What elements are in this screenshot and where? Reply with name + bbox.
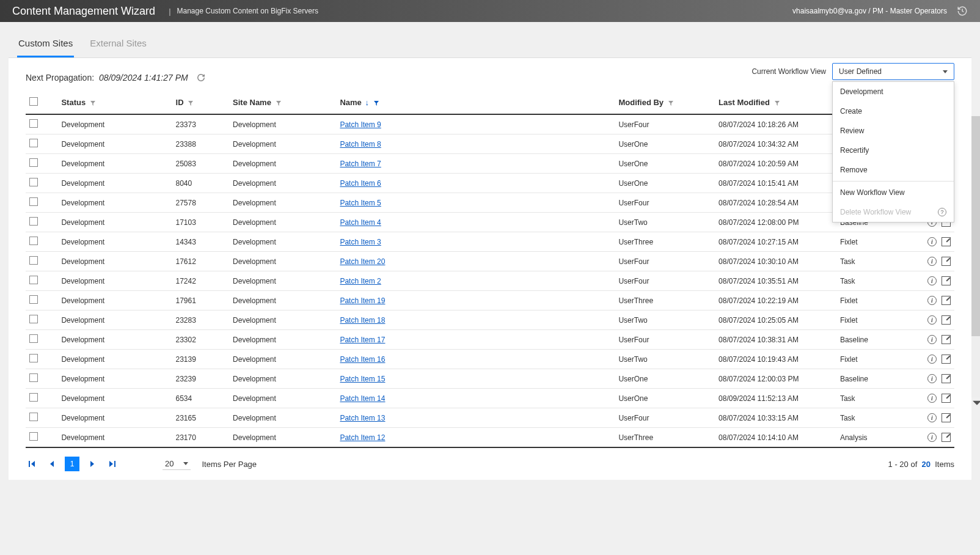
- edit-icon[interactable]: [942, 374, 951, 383]
- filter-icon[interactable]: [775, 101, 780, 106]
- table-row: Development 14343 Development Patch Item…: [26, 232, 954, 252]
- dropdown-item-review[interactable]: Review: [833, 121, 954, 141]
- row-checkbox[interactable]: [29, 276, 38, 284]
- last-page-button[interactable]: [106, 458, 119, 470]
- info-icon[interactable]: i: [927, 257, 937, 266]
- vertical-scrollbar[interactable]: [971, 116, 980, 397]
- item-name-link[interactable]: Patch Item 7: [340, 160, 381, 168]
- row-checkbox[interactable]: [29, 315, 38, 323]
- col-status[interactable]: Status: [61, 91, 175, 114]
- item-name-link[interactable]: Patch Item 16: [340, 355, 385, 364]
- col-modified-by[interactable]: Modified By: [618, 91, 719, 114]
- chevron-down-icon[interactable]: [973, 399, 980, 410]
- info-icon[interactable]: i: [927, 237, 937, 246]
- cell-status: Development: [61, 428, 175, 448]
- row-checkbox[interactable]: [29, 295, 38, 304]
- row-checkbox[interactable]: [29, 393, 38, 402]
- cell-status: Development: [61, 291, 175, 311]
- edit-icon[interactable]: [942, 237, 951, 246]
- edit-icon[interactable]: [942, 276, 951, 285]
- filter-icon[interactable]: [668, 101, 673, 106]
- edit-icon[interactable]: [942, 394, 951, 403]
- col-site[interactable]: Site Name: [233, 91, 340, 114]
- col-id[interactable]: ID: [176, 91, 233, 114]
- row-checkbox[interactable]: [29, 158, 38, 167]
- table-row: Development 17961 Development Patch Item…: [26, 291, 954, 311]
- edit-icon[interactable]: [942, 257, 951, 266]
- info-icon[interactable]: i: [927, 433, 937, 442]
- cell-type: Task: [840, 271, 904, 291]
- first-page-button[interactable]: [26, 458, 38, 470]
- item-name-link[interactable]: Patch Item 18: [340, 316, 385, 325]
- item-name-link[interactable]: Patch Item 19: [340, 296, 385, 305]
- item-name-link[interactable]: Patch Item 17: [340, 336, 385, 344]
- item-name-link[interactable]: Patch Item 3: [340, 238, 381, 246]
- row-checkbox[interactable]: [29, 217, 38, 226]
- edit-icon[interactable]: [942, 433, 951, 442]
- info-icon[interactable]: i: [927, 413, 937, 422]
- current-page[interactable]: 1: [65, 457, 79, 471]
- row-checkbox[interactable]: [29, 432, 38, 441]
- item-name-link[interactable]: Patch Item 4: [340, 218, 381, 227]
- col-name[interactable]: Name ↓: [340, 91, 618, 114]
- item-name-link[interactable]: Patch Item 6: [340, 179, 381, 188]
- cell-status: Development: [61, 311, 175, 330]
- item-name-link[interactable]: Patch Item 15: [340, 375, 385, 383]
- prev-page-button[interactable]: [45, 458, 57, 470]
- row-checkbox[interactable]: [29, 119, 38, 128]
- refresh-icon[interactable]: [197, 73, 205, 82]
- item-name-link[interactable]: Patch Item 12: [340, 433, 385, 442]
- row-checkbox[interactable]: [29, 197, 38, 206]
- col-last-modified[interactable]: Last Modified: [719, 91, 840, 114]
- row-checkbox[interactable]: [29, 334, 38, 343]
- info-icon[interactable]: i: [927, 276, 937, 285]
- item-name-link[interactable]: Patch Item 2: [340, 277, 381, 285]
- sort-down-icon[interactable]: ↓: [365, 98, 369, 107]
- dropdown-item-recertify[interactable]: Recertify: [833, 141, 954, 160]
- edit-icon[interactable]: [942, 413, 951, 422]
- cell-site: Development: [233, 428, 340, 448]
- tab-external-sites[interactable]: External Sites: [89, 32, 148, 57]
- dropdown-item-create[interactable]: Create: [833, 101, 954, 121]
- tab-custom-sites[interactable]: Custom Sites: [17, 32, 74, 57]
- item-name-link[interactable]: Patch Item 5: [340, 199, 381, 207]
- edit-icon[interactable]: [942, 296, 951, 305]
- item-name-link[interactable]: Patch Item 13: [340, 414, 385, 422]
- dropdown-item-new-view[interactable]: New Workflow View: [833, 183, 954, 202]
- info-icon[interactable]: i: [927, 355, 937, 364]
- edit-icon[interactable]: [942, 355, 951, 364]
- filter-icon[interactable]: [90, 101, 95, 106]
- cell-id: 25083: [176, 154, 233, 174]
- edit-icon[interactable]: [942, 315, 951, 325]
- item-name-link[interactable]: Patch Item 9: [340, 120, 381, 129]
- row-checkbox[interactable]: [29, 178, 38, 186]
- info-icon[interactable]: i: [927, 374, 937, 383]
- filter-icon[interactable]: [276, 101, 281, 106]
- next-page-button[interactable]: [87, 458, 99, 470]
- info-icon[interactable]: i: [927, 335, 937, 344]
- row-checkbox[interactable]: [29, 413, 38, 421]
- page-size-selector[interactable]: 20 Items Per Page: [163, 458, 257, 470]
- row-checkbox[interactable]: [29, 373, 38, 382]
- select-all-checkbox[interactable]: [29, 97, 38, 106]
- row-checkbox[interactable]: [29, 354, 38, 362]
- info-icon[interactable]: i: [927, 315, 937, 325]
- dropdown-item-remove[interactable]: Remove: [833, 160, 954, 180]
- filter-icon[interactable]: [188, 101, 193, 106]
- app-subtitle: Manage Custom Content on BigFix Servers: [177, 7, 318, 15]
- item-name-link[interactable]: Patch Item 20: [340, 257, 385, 266]
- info-icon[interactable]: i: [927, 296, 937, 305]
- history-icon[interactable]: [957, 6, 968, 17]
- item-name-link[interactable]: Patch Item 8: [340, 140, 381, 149]
- item-name-link[interactable]: Patch Item 14: [340, 394, 385, 403]
- edit-icon[interactable]: [942, 335, 951, 344]
- info-icon[interactable]: i: [927, 394, 937, 403]
- row-checkbox[interactable]: [29, 139, 38, 147]
- row-checkbox[interactable]: [29, 256, 38, 265]
- filter-icon[interactable]: [374, 101, 379, 106]
- scrollbar-thumb[interactable]: [971, 116, 980, 336]
- help-icon[interactable]: ?: [938, 208, 946, 216]
- workflow-view-select[interactable]: User Defined: [832, 63, 954, 80]
- row-checkbox[interactable]: [29, 237, 38, 245]
- dropdown-item-development[interactable]: Development: [833, 82, 954, 101]
